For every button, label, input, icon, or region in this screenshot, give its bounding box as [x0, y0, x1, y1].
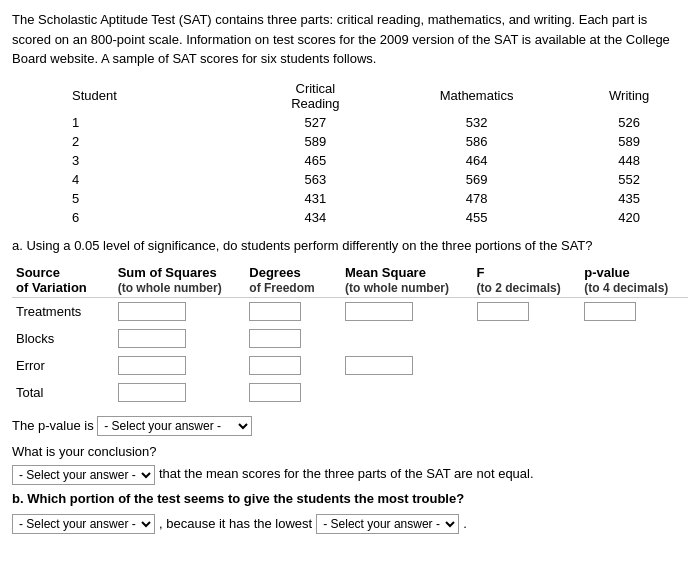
anova-table: Source of Variation Sum of Squares (to w…: [12, 263, 688, 406]
answer-b-line: - Select your answer - Critical Reading …: [12, 512, 688, 535]
blocks-ss-input[interactable]: [118, 329, 186, 348]
error-f: [473, 352, 581, 379]
anova-col-p: p-value (to 4 decimals): [580, 263, 688, 298]
treatments-ss[interactable]: [114, 297, 246, 325]
reading-3: 465: [248, 151, 383, 170]
table-row: 6 434 455 420: [12, 208, 688, 227]
math-2: 586: [383, 132, 571, 151]
blocks-label: Blocks: [12, 325, 114, 352]
treatments-label: Treatments: [12, 297, 114, 325]
total-ss-input[interactable]: [118, 383, 186, 402]
question-a-text: a. Using a 0.05 level of significance, d…: [12, 237, 688, 255]
error-df[interactable]: [245, 352, 341, 379]
answer-b-middle: , because it has the lowest: [159, 512, 312, 535]
table-row: 2 589 586 589: [12, 132, 688, 151]
conclusion-question: What is your conclusion?: [12, 442, 688, 463]
blocks-ms[interactable]: [341, 325, 473, 352]
anova-col-ss: Sum of Squares (to whole number): [114, 263, 246, 298]
treatments-df-input[interactable]: [249, 302, 301, 321]
writing-2: 589: [570, 132, 688, 151]
blocks-p: [580, 325, 688, 352]
treatments-f-input[interactable]: [477, 302, 529, 321]
pvalue-prefix: The p-value is: [12, 418, 94, 433]
conclusion-suffix: that the mean scores for the three parts…: [159, 464, 534, 485]
reading-5: 431: [248, 189, 383, 208]
writing-1: 526: [570, 113, 688, 132]
col-writing-header: Writing: [570, 79, 688, 113]
treatments-p-input[interactable]: [584, 302, 636, 321]
total-ms: [341, 379, 473, 406]
table-row: 1 527 532 526: [12, 113, 688, 132]
student-3: 3: [12, 151, 248, 170]
pvalue-line: The p-value is - Select your answer - le…: [12, 416, 688, 436]
total-df[interactable]: [245, 379, 341, 406]
student-6: 6: [12, 208, 248, 227]
blocks-f: [473, 325, 581, 352]
writing-6: 420: [570, 208, 688, 227]
error-p: [580, 352, 688, 379]
math-3: 464: [383, 151, 571, 170]
anova-col-f: F (to 2 decimals): [473, 263, 581, 298]
reading-2: 589: [248, 132, 383, 151]
treatments-ss-input[interactable]: [118, 302, 186, 321]
data-table: Student CriticalReading Mathematics Writ…: [12, 79, 688, 227]
error-ms[interactable]: [341, 352, 473, 379]
student-5: 5: [12, 189, 248, 208]
table-row: 3 465 464 448: [12, 151, 688, 170]
anova-row-error: Error: [12, 352, 688, 379]
reading-6: 434: [248, 208, 383, 227]
anova-col-ms: Mean Square (to whole number): [341, 263, 473, 298]
blocks-df-input[interactable]: [249, 329, 301, 348]
treatments-ms-input[interactable]: [345, 302, 413, 321]
table-row: 4 563 569 552: [12, 170, 688, 189]
error-ss-input[interactable]: [118, 356, 186, 375]
reading-4: 563: [248, 170, 383, 189]
col-math-header: Mathematics: [383, 79, 571, 113]
conclusion-select[interactable]: - Select your answer - Reject Do not rej…: [12, 465, 155, 485]
blocks-ss[interactable]: [114, 325, 246, 352]
table-row: 5 431 478 435: [12, 189, 688, 208]
math-4: 569: [383, 170, 571, 189]
student-4: 4: [12, 170, 248, 189]
question-b-text: b. Which portion of the test seems to gi…: [12, 491, 688, 506]
treatments-p[interactable]: [580, 297, 688, 325]
conclusion-line: What is your conclusion? - Select your a…: [12, 442, 688, 486]
treatments-df[interactable]: [245, 297, 341, 325]
student-2: 2: [12, 132, 248, 151]
error-ss[interactable]: [114, 352, 246, 379]
answer-b-select2[interactable]: - Select your answer - mean sum of squar…: [316, 514, 459, 534]
anova-header: Source of Variation Sum of Squares (to w…: [12, 263, 688, 298]
total-label: Total: [12, 379, 114, 406]
math-1: 532: [383, 113, 571, 132]
answer-b-period: .: [463, 512, 467, 535]
writing-3: 448: [570, 151, 688, 170]
student-1: 1: [12, 113, 248, 132]
writing-5: 435: [570, 189, 688, 208]
math-5: 478: [383, 189, 571, 208]
answer-b-select1[interactable]: - Select your answer - Critical Reading …: [12, 514, 155, 534]
pvalue-select[interactable]: - Select your answer - less than 0.01 be…: [97, 416, 252, 436]
anova-col-df: Degrees of Freedom: [245, 263, 341, 298]
col-student: Student: [12, 79, 248, 113]
total-df-input[interactable]: [249, 383, 301, 402]
anova-row-blocks: Blocks: [12, 325, 688, 352]
total-p: [580, 379, 688, 406]
treatments-ms[interactable]: [341, 297, 473, 325]
total-f: [473, 379, 581, 406]
writing-4: 552: [570, 170, 688, 189]
error-label: Error: [12, 352, 114, 379]
intro-text: The Scholastic Aptitude Test (SAT) conta…: [12, 10, 688, 69]
blocks-df[interactable]: [245, 325, 341, 352]
error-ms-input[interactable]: [345, 356, 413, 375]
treatments-f[interactable]: [473, 297, 581, 325]
reading-1: 527: [248, 113, 383, 132]
anova-col-source: Source of Variation: [12, 263, 114, 298]
error-df-input[interactable]: [249, 356, 301, 375]
total-ss[interactable]: [114, 379, 246, 406]
anova-row-total: Total: [12, 379, 688, 406]
math-6: 455: [383, 208, 571, 227]
col-reading-header: CriticalReading: [248, 79, 383, 113]
anova-row-treatments: Treatments: [12, 297, 688, 325]
